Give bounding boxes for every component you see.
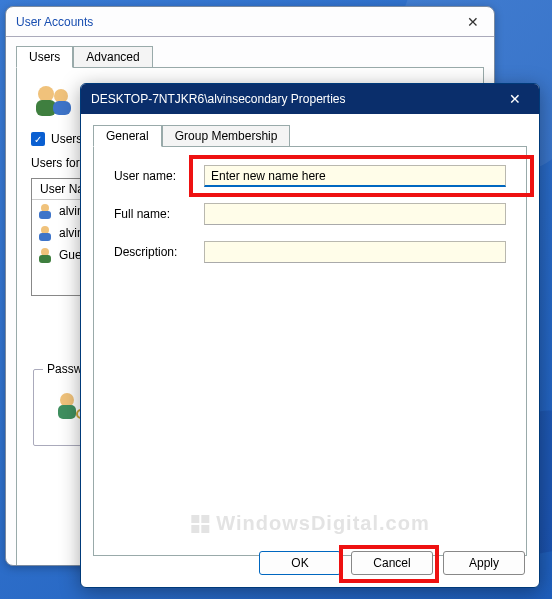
description-label: Description: bbox=[114, 245, 204, 259]
ok-button[interactable]: OK bbox=[259, 551, 341, 575]
users-icon bbox=[31, 82, 77, 122]
username-input[interactable] bbox=[204, 165, 506, 187]
close-icon[interactable]: ✕ bbox=[462, 14, 484, 30]
svg-point-8 bbox=[41, 248, 49, 256]
watermark-text: WindowsDigital.com bbox=[216, 512, 429, 535]
svg-rect-15 bbox=[201, 515, 209, 523]
description-input[interactable] bbox=[204, 241, 506, 263]
tab-group-membership[interactable]: Group Membership bbox=[162, 125, 291, 147]
user-accounts-titlebar: User Accounts ✕ bbox=[6, 7, 494, 37]
apply-button[interactable]: Apply bbox=[443, 551, 525, 575]
svg-point-4 bbox=[41, 204, 49, 212]
user-accounts-title: User Accounts bbox=[16, 15, 93, 29]
svg-rect-14 bbox=[191, 515, 199, 523]
fullname-input[interactable] bbox=[204, 203, 506, 225]
svg-rect-5 bbox=[39, 211, 51, 219]
svg-point-10 bbox=[60, 393, 74, 407]
properties-body: User name: Full name: Description: bbox=[93, 146, 527, 556]
close-icon[interactable]: ✕ bbox=[501, 91, 529, 107]
properties-title: DESKTOP-7NTJKR6\alvinsecondary Propertie… bbox=[91, 92, 346, 106]
username-label: User name: bbox=[114, 169, 204, 183]
properties-titlebar: DESKTOP-7NTJKR6\alvinsecondary Propertie… bbox=[81, 84, 539, 114]
tab-advanced[interactable]: Advanced bbox=[73, 46, 152, 68]
tab-general[interactable]: General bbox=[93, 125, 162, 147]
svg-point-0 bbox=[38, 86, 54, 102]
properties-button-row: OK Cancel Apply bbox=[259, 551, 525, 575]
users-checkbox-label: Users bbox=[51, 132, 82, 146]
fullname-label: Full name: bbox=[114, 207, 204, 221]
svg-rect-7 bbox=[39, 233, 51, 241]
svg-point-2 bbox=[54, 89, 68, 103]
svg-rect-9 bbox=[39, 255, 51, 263]
svg-rect-11 bbox=[58, 405, 76, 419]
list-item-name: Gue bbox=[59, 248, 82, 262]
properties-window: DESKTOP-7NTJKR6\alvinsecondary Propertie… bbox=[80, 83, 540, 588]
properties-tabs: General Group Membership bbox=[93, 124, 539, 146]
cancel-button[interactable]: Cancel bbox=[351, 551, 433, 575]
svg-point-6 bbox=[41, 226, 49, 234]
svg-rect-17 bbox=[201, 525, 209, 533]
svg-rect-16 bbox=[191, 525, 199, 533]
user-accounts-tabs: Users Advanced bbox=[16, 45, 494, 67]
tab-users[interactable]: Users bbox=[16, 46, 73, 68]
users-checkbox[interactable]: ✓ bbox=[31, 132, 45, 146]
watermark: WindowsDigital.com bbox=[190, 512, 429, 535]
svg-rect-3 bbox=[53, 101, 71, 115]
